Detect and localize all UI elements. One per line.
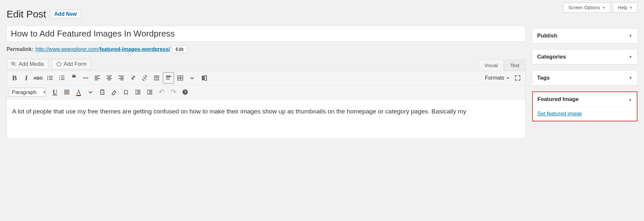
categories-header[interactable]: Categories ▼ [533,50,637,64]
fullscreen-icon [514,75,521,81]
outdent-button[interactable] [132,86,143,98]
clear-formatting-button[interactable] [109,86,120,98]
tab-text[interactable]: Text [504,60,526,71]
screen-options-button[interactable]: Screen Options ▼ [563,3,610,12]
permalink-link[interactable]: http://www.wpexplorer.com/featured-image… [36,46,170,52]
featured-image-header[interactable]: Featured Image ▲ [533,92,637,107]
bold-button[interactable]: B [9,72,20,84]
svg-rect-46 [101,89,103,90]
post-title-input[interactable] [7,26,526,42]
paragraph-format-select[interactable]: Paragraph [9,88,46,97]
svg-rect-31 [169,78,170,78]
add-form-button[interactable]: Add Form [52,59,91,69]
svg-rect-28 [166,76,171,77]
italic-button[interactable]: I [21,72,32,84]
anchor-icon [201,75,207,81]
indent-button[interactable] [144,86,155,98]
ordered-list-button[interactable]: 123 [56,72,67,84]
form-icon [56,61,62,67]
svg-rect-5 [49,79,53,80]
align-left-icon [94,75,101,81]
table-button[interactable] [175,72,186,84]
svg-text:3: 3 [59,79,60,81]
align-right-button[interactable] [115,72,127,84]
anchor-button[interactable] [198,72,210,84]
chevron-down-icon [87,89,94,95]
chevron-down-icon: ▼ [629,34,632,38]
unlink-button[interactable] [139,72,150,84]
special-char-button[interactable]: Ω [120,86,132,98]
permalink-base: http://www.wpexplorer.com/ [36,46,100,52]
svg-rect-30 [167,78,168,78]
svg-rect-44 [64,94,69,94]
help-button[interactable]: Help ▼ [613,3,637,12]
set-featured-image-link[interactable]: Set featured image [537,111,582,116]
svg-rect-50 [137,92,140,93]
svg-point-4 [47,79,48,80]
read-more-button[interactable] [151,72,162,84]
justify-button[interactable] [61,86,72,98]
media-icon [11,61,17,67]
tags-header[interactable]: Tags ▼ [533,71,637,85]
unordered-list-button[interactable] [44,72,56,84]
svg-rect-16 [95,80,98,80]
fullscreen-button[interactable] [512,72,523,84]
align-right-icon [118,75,124,81]
svg-rect-21 [118,76,124,76]
chevron-down-icon [189,75,195,81]
svg-text:?: ? [184,90,186,94]
outdent-icon [135,89,141,95]
text-color-dropdown[interactable] [85,86,96,98]
help-button-editor[interactable]: ? [180,86,191,98]
add-form-label: Add Form [64,61,87,67]
svg-rect-55 [147,94,152,94]
tab-visual[interactable]: Visual [478,60,504,71]
horizontal-rule-button[interactable] [80,72,91,84]
chevron-down-icon: ▼ [629,76,632,80]
svg-rect-1 [49,76,53,77]
publish-header[interactable]: Publish ▼ [533,29,637,43]
align-center-button[interactable] [104,72,115,84]
publish-metabox: Publish ▼ [532,28,637,43]
add-media-button[interactable]: Add Media [7,59,48,69]
edit-permalink-button[interactable]: Edit [172,46,187,53]
hr-icon [82,75,89,81]
svg-rect-52 [147,90,152,90]
svg-rect-12 [83,78,88,78]
formats-label: Formats [485,75,504,81]
paste-text-button[interactable]: T [97,86,108,98]
svg-rect-48 [135,90,140,90]
svg-rect-33 [167,79,168,80]
blockquote-button[interactable]: ❝ [68,72,79,84]
svg-rect-14 [95,77,98,78]
tags-title: Tags [537,75,550,81]
svg-rect-23 [118,78,124,79]
align-center-icon [106,75,112,81]
svg-point-2 [47,78,48,79]
editor-content[interactable]: A lot of people that use my free themes … [7,99,526,139]
svg-rect-42 [64,91,69,92]
featured-image-title: Featured Image [537,96,579,103]
align-left-button[interactable] [92,72,103,84]
add-new-button[interactable]: Add New [50,10,81,19]
text-color-button[interactable]: A [73,86,84,98]
undo-button[interactable]: ↶ [156,86,167,98]
help-label: Help [618,5,627,10]
svg-rect-26 [154,77,159,78]
svg-rect-20 [108,80,111,80]
svg-rect-41 [64,90,69,90]
svg-rect-34 [169,79,170,80]
table-dropdown-button[interactable] [186,72,198,84]
toolbar-toggle-button[interactable] [163,72,174,84]
redo-button[interactable]: ↷ [168,86,179,98]
formats-dropdown[interactable]: Formats ▼ [483,75,511,81]
svg-rect-54 [149,92,152,93]
add-media-label: Add Media [19,61,44,67]
strikethrough-button[interactable]: ABC [33,72,44,84]
list-ul-icon [47,75,53,81]
underline-button[interactable]: U [49,86,61,98]
svg-rect-11 [61,79,64,80]
publish-title: Publish [537,33,557,39]
link-button[interactable] [127,72,138,84]
unlink-icon [141,75,148,81]
